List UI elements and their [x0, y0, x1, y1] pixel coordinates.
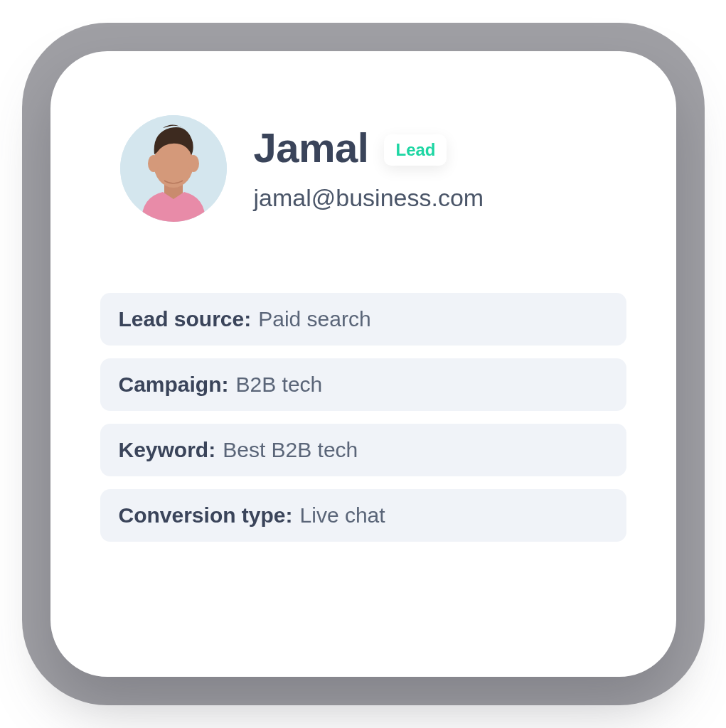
- info-label: Campaign:: [119, 373, 229, 397]
- info-list: Lead source: Paid search Campaign: B2B t…: [100, 293, 626, 542]
- info-row-campaign: Campaign: B2B tech: [100, 358, 626, 411]
- identity-block: Jamal Lead jamal@business.com: [254, 115, 484, 212]
- info-label: Keyword:: [119, 438, 216, 462]
- info-row-keyword: Keyword: Best B2B tech: [100, 424, 626, 476]
- avatar-icon: [120, 115, 227, 222]
- info-row-lead-source: Lead source: Paid search: [100, 293, 626, 346]
- info-label: Lead source:: [119, 307, 252, 331]
- svg-point-3: [148, 155, 159, 172]
- info-value: Best B2B tech: [223, 438, 358, 462]
- lead-profile-card: Jamal Lead jamal@business.com Lead sourc…: [50, 51, 676, 677]
- contact-email: jamal@business.com: [254, 184, 484, 212]
- info-value: Paid search: [258, 307, 370, 331]
- info-value: Live chat: [300, 503, 385, 528]
- status-badge: Lead: [384, 134, 447, 166]
- profile-header: Jamal Lead jamal@business.com: [120, 115, 626, 222]
- contact-name: Jamal: [254, 124, 369, 171]
- info-label: Conversion type:: [119, 503, 293, 528]
- info-value: B2B tech: [236, 373, 323, 397]
- svg-point-4: [188, 155, 199, 172]
- avatar: [120, 115, 227, 222]
- name-row: Jamal Lead: [254, 124, 484, 171]
- info-row-conversion-type: Conversion type: Live chat: [100, 489, 626, 542]
